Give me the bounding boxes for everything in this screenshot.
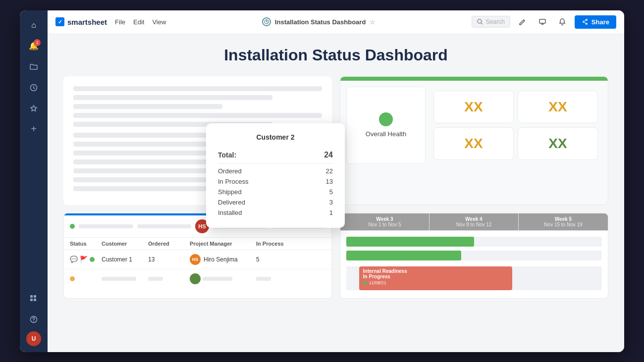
logo-icon [55, 17, 64, 26]
sidebar-item-help[interactable] [25, 310, 43, 328]
gantt-bar-green-1 [346, 237, 474, 247]
badge-1-value: XX [464, 99, 483, 115]
nav-dot-green [70, 224, 75, 229]
blur-cell-1 [102, 277, 136, 281]
health-dot [379, 112, 393, 126]
search-placeholder: Search [486, 18, 505, 25]
popup-card: Customer 2 Total: 24 Ordered 22 In Proce… [206, 123, 345, 228]
gantt-card: Week 3 Nov 1 to Nov 5 Week 4 Nov 8 to No… [340, 213, 608, 299]
dashboard-title: Installation Status Dashboard [275, 18, 366, 26]
topbar: smartsheet File Edit View Installation S… [48, 10, 624, 34]
status-dot-yellow [70, 276, 75, 281]
popup-row-ordered: Ordered 22 [218, 166, 333, 176]
svg-rect-1 [30, 295, 33, 298]
svg-point-8 [478, 19, 482, 23]
col-customer: Customer [102, 241, 146, 247]
badge-4: XX [518, 127, 598, 160]
sidebar-item-grid[interactable] [25, 290, 43, 308]
dashboard-icon [262, 17, 271, 26]
notification-badge: 1 [34, 39, 41, 46]
pm-name: Hiro Senjima [204, 256, 238, 263]
svg-rect-2 [34, 295, 36, 298]
overall-health-widget: Overall Health [346, 87, 426, 164]
col-pm: Project Manager [190, 241, 254, 247]
badge-3-value: XX [464, 136, 483, 152]
svg-point-10 [583, 21, 585, 23]
share-button[interactable]: Share [575, 15, 616, 29]
gantt-bar-green-2 [346, 251, 461, 260]
sidebar-item-notifications[interactable]: 🔔 1 [25, 37, 43, 55]
popup-val-shipped: 5 [329, 188, 333, 196]
share-label: Share [591, 18, 609, 26]
svg-rect-3 [30, 299, 33, 301]
popup-label-inprocess: In Process [218, 178, 248, 185]
row-ordered: 13 [148, 256, 188, 263]
health-content: Overall Health XX XX XX [340, 81, 608, 170]
pm-avatar: HS [190, 254, 201, 265]
progress-dot [363, 281, 367, 285]
popup-val-delivered: 3 [329, 199, 333, 206]
svg-point-6 [33, 321, 34, 322]
blur-cell-4 [256, 277, 271, 281]
row-inprocess: 5 [256, 256, 301, 263]
popup-total-label: Total: [218, 151, 236, 159]
pm-avatar-2 [190, 273, 201, 284]
table-row: 💬 🚩 Customer 1 13 HS Hiro Senjima 5 [64, 250, 331, 269]
status-indicator [90, 257, 95, 262]
popup-val-inprocess: 13 [326, 178, 333, 185]
badge-2: XX [518, 91, 598, 123]
sidebar-item-favorites[interactable] [25, 100, 43, 117]
user-avatar[interactable]: U [26, 331, 41, 346]
badge-1: XX [433, 91, 514, 123]
internal-readiness-date: 11/08/21 [369, 280, 386, 285]
row-customer: Customer 1 [102, 256, 146, 263]
sidebar-item-home[interactable]: ⌂ [25, 16, 43, 34]
col-inprocess: In Process [256, 241, 301, 247]
favorite-icon[interactable]: ☆ [370, 18, 376, 26]
chat-icons: 💬 🚩 [70, 256, 88, 263]
popup-title: Customer 2 [218, 133, 333, 141]
topbar-right: Search Share [472, 14, 616, 29]
pm-cell: HS Hiro Senjima [190, 254, 254, 265]
main-content: smartsheet File Edit View Installation S… [48, 10, 624, 352]
present-button[interactable] [535, 14, 550, 29]
nav-menu: File Edit View [115, 18, 166, 26]
popup-label-installed: Installed [218, 209, 242, 216]
badges-grid: XX XX XX XX [429, 87, 602, 164]
page-title: Installation Status Dashboard [63, 46, 608, 64]
right-top-card: Overall Health XX XX XX [340, 76, 608, 205]
badge-3: XX [433, 127, 514, 160]
popup-row-inprocess: In Process 13 [218, 176, 333, 187]
sidebar: ⌂ 🔔 1 + U [20, 10, 48, 352]
blur-cell-3 [203, 277, 232, 281]
gantt-row-2 [346, 251, 602, 260]
nav-file[interactable]: File [115, 18, 125, 26]
logo-text: smartsheet [67, 18, 107, 26]
logo: smartsheet [55, 17, 107, 26]
chat-icon[interactable]: 💬 [70, 256, 78, 263]
sidebar-item-recent[interactable] [25, 79, 43, 97]
sidebar-item-add[interactable]: + [25, 120, 43, 138]
sidebar-item-folder[interactable] [25, 58, 43, 76]
popup-label-shipped: Shipped [218, 188, 242, 196]
table-row-blurred [64, 269, 331, 288]
nav-view[interactable]: View [152, 18, 166, 26]
edit-button[interactable] [515, 14, 530, 29]
svg-rect-9 [539, 19, 545, 23]
svg-rect-4 [34, 299, 36, 301]
popup-row-installed: Installed 1 [218, 207, 333, 218]
gantt-header: Week 3 Nov 1 to Nov 5 Week 4 Nov 8 to No… [340, 213, 608, 231]
popup-val-installed: 1 [329, 209, 333, 216]
gantt-week-5: Week 5 Nov 15 to Nov 19 [519, 213, 608, 230]
notify-button[interactable] [555, 14, 570, 29]
popup-total-value: 24 [324, 151, 333, 159]
gantt-row-internal: Internal Readiness In Progress 11/08/21 [346, 266, 602, 290]
nav-edit[interactable]: Edit [133, 18, 144, 26]
gantt-week-4: Week 4 Nov 8 to Nov 12 [429, 213, 519, 230]
col-status: Status [70, 241, 100, 247]
internal-readiness-title: Internal Readiness [363, 268, 509, 274]
popup-label-delivered: Delivered [218, 199, 245, 206]
search-box[interactable]: Search [472, 16, 510, 28]
popup-row-total: Total: 24 [218, 149, 333, 164]
flag-icon[interactable]: 🚩 [80, 256, 88, 263]
